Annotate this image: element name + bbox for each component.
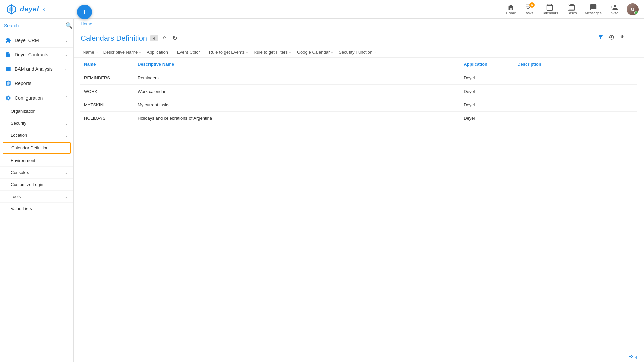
col-filter-name[interactable]: Name ⌄ xyxy=(80,49,100,55)
sidebar-subitem-customize-login[interactable]: Customize Login xyxy=(0,179,73,191)
col-filter-descriptive-name[interactable]: Descriptive Name ⌄ xyxy=(101,49,144,55)
table-row[interactable]: MYTSKINI My current tasks Deyel . xyxy=(80,98,637,112)
nav-invite[interactable]: Invite xyxy=(610,4,619,15)
sidebar-subitem-organization[interactable]: Organization xyxy=(0,105,73,117)
sidebar-subitem-consoles[interactable]: Consoles ⌄ xyxy=(0,167,73,179)
sidebar-item-label: Deyel CRM xyxy=(15,38,39,43)
cell-descriptive-name: My current tasks xyxy=(134,98,460,112)
user-avatar[interactable]: U xyxy=(627,3,639,15)
col-filter-google-calendar[interactable]: Google Calendar ⌄ xyxy=(295,49,335,55)
sidebar-subitem-security[interactable]: Security ⌄ xyxy=(0,117,73,129)
table-footer: 👁 4 xyxy=(74,352,644,362)
col-filter-label: Rule to get Events xyxy=(209,50,245,55)
nav-invite-label: Invite xyxy=(610,11,619,15)
sidebar-item-reports[interactable]: Reports xyxy=(0,76,73,91)
filter-button[interactable] xyxy=(596,33,605,43)
cell-name: REMINDERS xyxy=(80,71,134,85)
add-button[interactable]: + xyxy=(77,5,92,19)
page-header: Calendars Definition 4 ⎌ ↻ ⋮ xyxy=(74,29,644,47)
cell-application: Deyel xyxy=(460,112,514,125)
nav-home-label: Home xyxy=(506,11,516,15)
col-filter-application[interactable]: Application ⌄ xyxy=(145,49,174,55)
nav-calendars-label: Calendars xyxy=(541,11,558,15)
col-filter-label: Google Calendar xyxy=(297,50,330,55)
chevron-down-icon: ⌄ xyxy=(373,50,376,54)
sidebar-item-configuration[interactable]: Configuration ⌃ xyxy=(0,91,73,105)
nav-messages[interactable]: Messages xyxy=(585,4,602,15)
col-filter-label: Rule to get Filters xyxy=(254,50,288,55)
nav-tasks[interactable]: 6 Tasks xyxy=(524,4,533,15)
chevron-down-icon: ⌄ xyxy=(246,50,248,54)
record-count-badge: 4 xyxy=(150,35,158,41)
nav-tasks-label: Tasks xyxy=(524,11,533,15)
cell-description: . xyxy=(514,85,637,98)
tasks-badge: 6 xyxy=(529,2,535,8)
sidebar-item-label: Reports xyxy=(15,81,31,86)
chevron-down-icon: ⌄ xyxy=(65,52,68,57)
sidebar: 🔍 Deyel CRM ⌄ Deyel Contracts ⌄ xyxy=(0,19,74,362)
col-header-descriptive-name[interactable]: Descriptive Name xyxy=(134,58,460,71)
nav-cases-label: Cases xyxy=(566,11,577,15)
sidebar-subitem-label: Tools xyxy=(11,194,21,199)
breadcrumb-home[interactable]: Home xyxy=(80,21,92,26)
sidebar-subitem-value-lists[interactable]: Value Lists xyxy=(0,203,73,215)
chevron-down-icon: ⌄ xyxy=(201,50,204,54)
sidebar-subitem-label: Calendar Definition xyxy=(11,145,49,150)
history-button[interactable] xyxy=(607,33,616,43)
svg-rect-5 xyxy=(569,5,575,10)
cell-name: MYTSKINI xyxy=(80,98,134,112)
calendars-table: Name Descriptive Name Application Descri… xyxy=(80,58,637,125)
sidebar-subitem-tools[interactable]: Tools ⌄ xyxy=(0,191,73,203)
col-filter-label: Application xyxy=(147,50,168,55)
col-filter-event-color[interactable]: Event Color ⌄ xyxy=(175,49,206,55)
cell-descriptive-name: Reminders xyxy=(134,71,460,85)
table-container: Name Descriptive Name Application Descri… xyxy=(74,58,644,352)
top-navigation: deyel ‹ Home 6 Tasks Calendars Cases Mes… xyxy=(0,0,644,19)
nav-home[interactable]: Home xyxy=(506,4,516,15)
more-options-button[interactable]: ⋮ xyxy=(629,33,637,43)
cell-name: HOLIDAYS xyxy=(80,112,134,125)
col-filter-rule-filters[interactable]: Rule to get Filters ⌄ xyxy=(252,49,293,55)
table-row[interactable]: REMINDERS Reminders Deyel . xyxy=(80,71,637,85)
main-content: Home Calendars Definition 4 ⎌ ↻ ⋮ xyxy=(74,19,644,362)
nav-calendars[interactable]: Calendars xyxy=(541,4,558,15)
nav-cases[interactable]: Cases xyxy=(566,4,577,15)
col-header-description[interactable]: Description xyxy=(514,58,637,71)
sidebar-collapse-button[interactable]: ‹ xyxy=(42,5,46,14)
nav-messages-label: Messages xyxy=(585,11,602,15)
cell-name: WORK xyxy=(80,85,134,98)
sidebar-item-bam-analysis[interactable]: BAM and Analysis ⌄ xyxy=(0,62,73,76)
breadcrumb[interactable]: Home xyxy=(74,19,644,29)
sidebar-subitem-label: Value Lists xyxy=(11,206,32,211)
sidebar-subitem-calendar-definition[interactable]: Calendar Definition xyxy=(3,142,71,154)
table-row[interactable]: WORK Work calendar Deyel . xyxy=(80,85,637,98)
page-header-right: ⋮ xyxy=(596,33,637,43)
search-icon[interactable]: 🔍 xyxy=(65,22,73,29)
sidebar-item-deyel-crm[interactable]: Deyel CRM ⌄ xyxy=(0,33,73,48)
footer-record-count: 4 xyxy=(635,355,637,360)
cell-application: Deyel xyxy=(460,85,514,98)
sidebar-subitem-location[interactable]: Location ⌄ xyxy=(0,129,73,141)
sidebar-search-area: 🔍 xyxy=(0,19,73,33)
cell-description: . xyxy=(514,98,637,112)
table-row[interactable]: HOLIDAYS Holidays and celebrations of Ar… xyxy=(80,112,637,125)
search-input[interactable] xyxy=(4,23,63,28)
sidebar-subitem-environment[interactable]: Environment xyxy=(0,155,73,167)
sidebar-subitem-label: Organization xyxy=(11,109,36,114)
chevron-up-icon: ⌃ xyxy=(65,96,68,100)
puzzle-icon xyxy=(5,37,11,43)
col-filter-label: Event Color xyxy=(177,50,200,55)
download-button[interactable] xyxy=(618,33,627,43)
sidebar-item-deyel-contracts[interactable]: Deyel Contracts ⌄ xyxy=(0,48,73,62)
back-button[interactable]: ⎌ xyxy=(161,33,168,43)
col-filter-rule-events[interactable]: Rule to get Events ⌄ xyxy=(207,49,250,55)
col-header-application[interactable]: Application xyxy=(460,58,514,71)
col-header-name[interactable]: Name xyxy=(80,58,134,71)
col-filter-security-function[interactable]: Secutity Function ⌄ xyxy=(337,49,378,55)
refresh-button[interactable]: ↻ xyxy=(171,33,179,43)
sidebar-menu: Deyel CRM ⌄ Deyel Contracts ⌄ BAM and An… xyxy=(0,33,73,362)
col-filter-label: Descriptive Name xyxy=(103,50,138,55)
messages-icon xyxy=(590,4,597,11)
chevron-down-icon: ⌄ xyxy=(65,38,68,43)
logo-icon xyxy=(5,3,17,15)
